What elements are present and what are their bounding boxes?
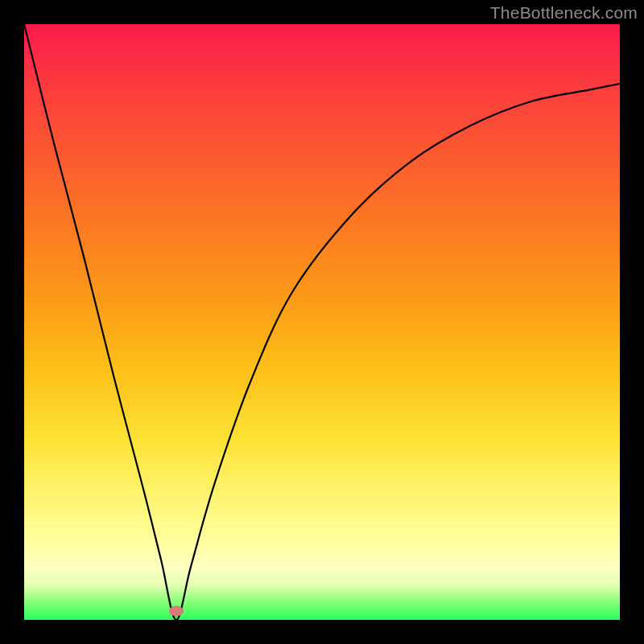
min-marker bbox=[169, 605, 184, 616]
plot-area bbox=[24, 24, 620, 620]
bottleneck-curve bbox=[24, 24, 620, 620]
chart-frame: TheBottleneck.com bbox=[0, 0, 644, 644]
watermark-text: TheBottleneck.com bbox=[490, 3, 638, 23]
